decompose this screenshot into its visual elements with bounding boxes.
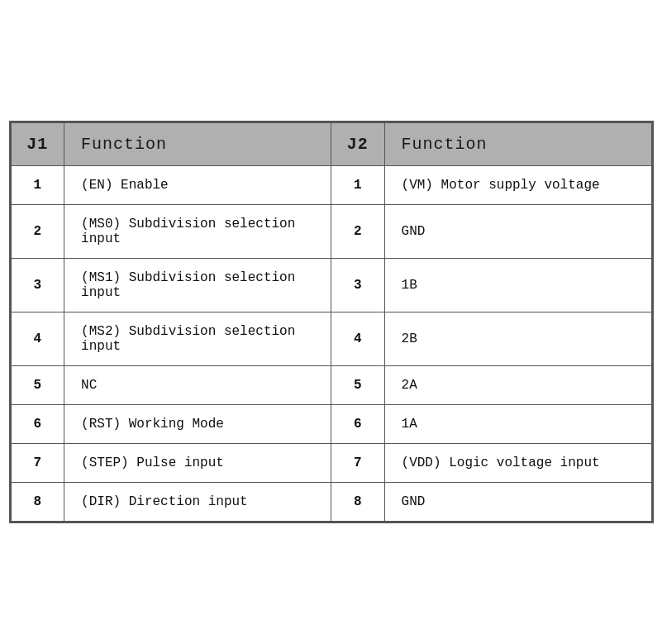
j2-pin: 7 — [331, 444, 384, 483]
j1-function: (MS2) Subdivision selection input — [64, 312, 331, 366]
j2-pin: 5 — [331, 366, 384, 405]
j2-pin: 8 — [331, 483, 384, 522]
j1-pin: 6 — [11, 405, 64, 444]
j2-function: 2B — [384, 312, 651, 366]
j2-pin: 1 — [331, 166, 384, 205]
table-row: 2(MS0) Subdivision selection input2GND — [11, 205, 651, 259]
j2-pin: 2 — [331, 205, 384, 259]
j2-function: 1B — [384, 259, 651, 312]
j1-pin: 3 — [11, 259, 64, 312]
table-row: 3(MS1) Subdivision selection input31B — [11, 259, 651, 312]
j1-function: (DIR) Direction input — [64, 483, 331, 522]
j2-function: GND — [384, 205, 651, 259]
j2-pin: 6 — [331, 405, 384, 444]
header-j2-function: Function — [384, 123, 651, 166]
j1-function: (MS0) Subdivision selection input — [64, 205, 331, 259]
j1-pin: 5 — [11, 366, 64, 405]
j2-function: 1A — [384, 405, 651, 444]
table-header-row: J1 Function J2 Function — [11, 123, 651, 166]
table-row: 4(MS2) Subdivision selection input42B — [11, 312, 651, 366]
j1-pin: 1 — [11, 166, 64, 205]
table-row: 7(STEP) Pulse input7(VDD) Logic voltage … — [11, 444, 651, 483]
header-j2: J2 — [331, 123, 384, 166]
table-row: 6(RST) Working Mode61A — [11, 405, 651, 444]
j1-function: (MS1) Subdivision selection input — [64, 259, 331, 312]
connector-table: J1 Function J2 Function 1(EN) Enable1(VM… — [9, 121, 654, 523]
header-j1: J1 — [11, 123, 64, 166]
table-row: 5NC52A — [11, 366, 651, 405]
j2-function: (VM) Motor supply voltage — [384, 166, 651, 205]
j1-function: NC — [64, 366, 331, 405]
table-row: 1(EN) Enable1(VM) Motor supply voltage — [11, 166, 651, 205]
j1-pin: 4 — [11, 312, 64, 366]
j2-function: (VDD) Logic voltage input — [384, 444, 651, 483]
j1-pin: 2 — [11, 205, 64, 259]
j2-function: GND — [384, 483, 651, 522]
j1-function: (RST) Working Mode — [64, 405, 331, 444]
j1-function: (STEP) Pulse input — [64, 444, 331, 483]
j2-pin: 4 — [331, 312, 384, 366]
j1-pin: 7 — [11, 444, 64, 483]
j2-function: 2A — [384, 366, 651, 405]
table-row: 8(DIR) Direction input8GND — [11, 483, 651, 522]
j2-pin: 3 — [331, 259, 384, 312]
header-j1-function: Function — [64, 123, 331, 166]
j1-pin: 8 — [11, 483, 64, 522]
j1-function: (EN) Enable — [64, 166, 331, 205]
